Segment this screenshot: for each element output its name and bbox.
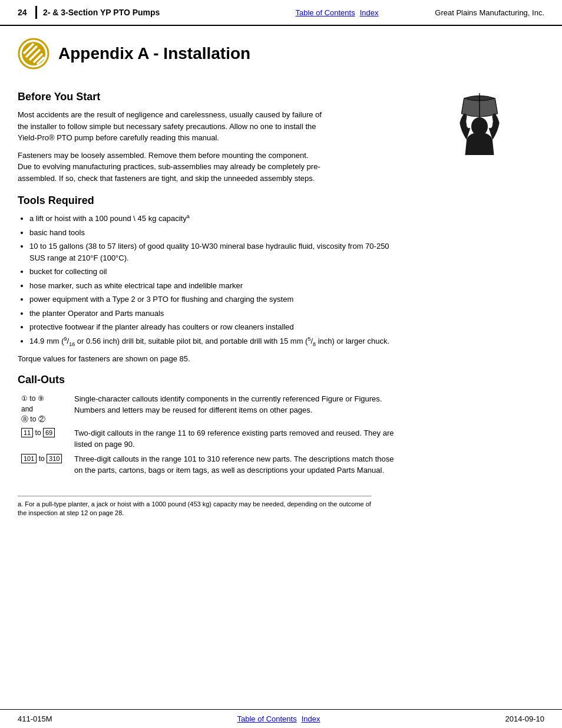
callout-row-2: 11 to 69 Two-digit callouts in the range… <box>18 426 403 452</box>
footnote-text: a. For a pull-type planter, a jack or ho… <box>18 500 371 518</box>
list-item: the planter Operator and Parts manuals <box>29 308 403 319</box>
footer-index-link[interactable]: Index <box>302 714 320 723</box>
svg-point-8 <box>471 117 488 136</box>
footnote-ref-a: a <box>187 213 190 219</box>
list-item: basic hand tools <box>29 227 403 239</box>
list-item: 10 to 15 gallons (38 to 57 liters) of go… <box>29 241 403 263</box>
torque-note: Torque values for fasteners are shown on… <box>18 354 403 363</box>
before-start-para2: Fasteners may be loosely assembled. Remo… <box>18 150 324 185</box>
callout-desc-2: Two-digit callouts in the range 11 to 69… <box>71 426 403 452</box>
callout-code-1: ① to ⑨andⓐ to ② <box>18 392 71 426</box>
callout-code-3: 101 to 310 <box>18 452 71 478</box>
sup-5: 5 <box>308 336 310 342</box>
content-with-image: Before You Start Most accidents are the … <box>18 80 544 478</box>
list-item: power equipment with a Type 2 or 3 PTO f… <box>29 294 403 305</box>
left-column: Before You Start Most accidents are the … <box>18 80 403 478</box>
list-item: hose marker, such as white electrical ta… <box>29 280 403 292</box>
footnote-label: a. <box>18 500 25 508</box>
section-title: 2- & 3-Section YP PTO Pumps <box>43 8 239 17</box>
callout-table: ① to ⑨andⓐ to ② Single-character callout… <box>18 392 403 478</box>
tools-required-heading: Tools Required <box>18 195 403 207</box>
footnote-content: For a pull-type planter, a jack or hoist… <box>18 500 371 516</box>
header-nav: Table of Contents Index <box>239 8 435 17</box>
main-content: Appendix A - Installation Before You Sta… <box>0 26 562 728</box>
callout-desc-3: Three-digit callouts in the range 101 to… <box>71 452 403 478</box>
before-start-para1: Most accidents are the result of neglige… <box>18 109 324 144</box>
header-toc-link[interactable]: Table of Contents <box>295 8 355 17</box>
appendix-header: Appendix A - Installation <box>18 38 544 70</box>
page-number: 24 <box>18 8 35 17</box>
callout-row-1: ① to ⑨andⓐ to ② Single-character callout… <box>18 392 403 426</box>
header-index-link[interactable]: Index <box>360 8 379 17</box>
sup-9: 9 <box>64 336 67 342</box>
footer-doc-number: 411-015M <box>18 714 52 723</box>
page-content-area: Appendix A - Installation Before You Sta… <box>0 26 562 530</box>
list-item: protective footwear if the planter alrea… <box>29 321 403 333</box>
footnote-area: a. For a pull-type planter, a jack or ho… <box>18 496 371 518</box>
sub-16: 16 <box>69 341 75 347</box>
footer-toc-link[interactable]: Table of Contents <box>237 714 297 723</box>
tools-list: a lift or hoist with a 100 pound \ 45 kg… <box>29 213 403 348</box>
list-item: a lift or hoist with a 100 pound \ 45 kg… <box>29 213 403 225</box>
person-reading-image <box>438 86 521 157</box>
callouts-section: Call-Outs ① to ⑨andⓐ to ② Single-charact… <box>18 374 403 478</box>
page-header: 24 2- & 3-Section YP PTO Pumps Table of … <box>0 0 562 26</box>
company-name: Great Plains Manufacturing, Inc. <box>435 8 544 17</box>
callout-row-3: 101 to 310 Three-digit callouts in the r… <box>18 452 403 478</box>
before-you-start-heading: Before You Start <box>18 91 403 103</box>
list-item: 14.9 mm (9/16 or 0.56 inch) drill bit, s… <box>29 335 403 348</box>
header-divider <box>35 6 37 19</box>
appendix-title: Appendix A - Installation <box>58 44 250 63</box>
right-column-image <box>415 80 544 478</box>
callout-desc-1: Single-character callouts identify compo… <box>71 392 403 426</box>
page-wrapper: 24 2- & 3-Section YP PTO Pumps Table of … <box>0 0 562 728</box>
callouts-heading: Call-Outs <box>18 374 403 386</box>
sub-8: 8 <box>313 341 316 347</box>
callout-code-2: 11 to 69 <box>18 426 71 452</box>
footer-date: 2014-09-10 <box>505 714 544 723</box>
list-item: bucket for collecting oil <box>29 266 403 278</box>
footer-nav: Table of Contents Index <box>237 714 320 723</box>
page-footer: 411-015M Table of Contents Index 2014-09… <box>0 709 562 728</box>
appendix-icon <box>18 38 49 70</box>
